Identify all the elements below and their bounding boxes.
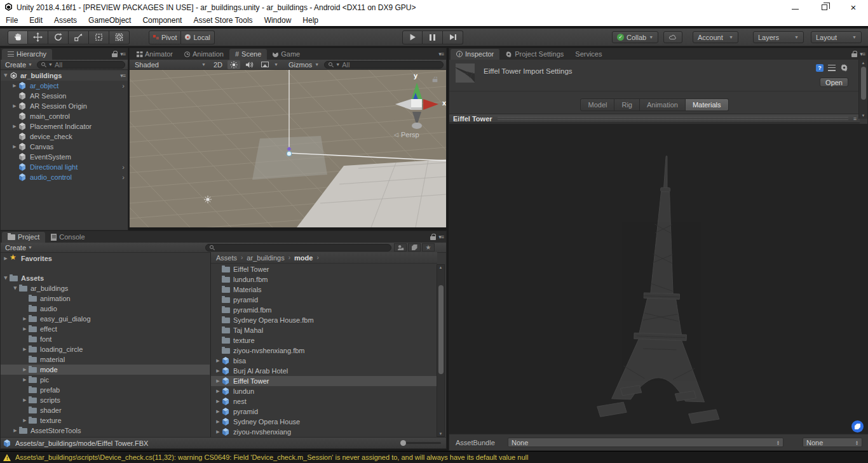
hierarchy-create-button[interactable]: Create ▼ <box>3 61 34 69</box>
tab-inspector[interactable]: i Inspector <box>451 49 499 60</box>
label-tag-button[interactable] <box>851 420 864 433</box>
layers-dropdown[interactable]: Layers ▼ <box>753 31 804 43</box>
tab-services[interactable]: Services <box>569 49 607 60</box>
x-axis-label[interactable]: x <box>442 99 446 107</box>
asset-item[interactable]: ▶ pyramid.fbm <box>211 305 437 315</box>
tree-item[interactable]: ▶ Favorites <box>1 253 210 264</box>
expand-arrow-icon[interactable]: ▶ <box>11 124 18 129</box>
model-preview[interactable] <box>449 124 868 435</box>
expand-arrow-icon[interactable]: ▶ <box>214 358 222 363</box>
breadcrumb-ar-buildings[interactable]: ar_buildings <box>247 254 284 262</box>
slider-knob[interactable] <box>400 440 406 446</box>
restore-button[interactable] <box>810 0 839 15</box>
tree-item[interactable]: ▶ animation <box>1 293 210 304</box>
preview-handle-icon[interactable]: ≡ <box>853 116 856 122</box>
asset-item[interactable]: ▶ bisa <box>211 356 437 366</box>
expand-arrow-icon[interactable]: ▶ <box>214 379 222 384</box>
tab-scene[interactable]: #Scene <box>229 49 267 60</box>
hierarchy-item[interactable]: ▶ Canvas › <box>1 142 128 152</box>
step-button[interactable] <box>443 30 463 44</box>
menu-asset-store-tools[interactable]: Asset Store Tools <box>187 15 258 26</box>
expand-arrow-icon[interactable]: ▶ <box>13 285 18 292</box>
tab-game[interactable]: Game <box>267 49 306 60</box>
search-by-type-button[interactable] <box>394 243 407 252</box>
menu-window[interactable]: Window <box>259 15 297 26</box>
scroll-up-icon[interactable]: ▲ <box>439 265 443 269</box>
tree-item[interactable]: ▶ font <box>1 334 210 344</box>
tree-item[interactable]: ▶ loading_circle <box>1 344 210 354</box>
asset-item[interactable]: ▶ Sydney Opera House <box>211 417 437 427</box>
scroll-down-icon[interactable]: ▼ <box>862 114 865 117</box>
scrollbar-thumb[interactable] <box>438 285 444 374</box>
expand-arrow-icon[interactable]: ▶ <box>2 256 10 261</box>
tree-item[interactable]: ▶ audio <box>1 304 210 314</box>
pivot-toggle-button[interactable]: Pivot <box>149 30 181 44</box>
expand-arrow-icon[interactable]: ▶ <box>11 428 19 433</box>
tab-project[interactable]: Project <box>2 232 45 243</box>
menu-edit[interactable]: Edit <box>24 15 48 26</box>
inspector-scrollbar[interactable]: ▲ ▼ <box>858 60 867 119</box>
open-button[interactable]: Open <box>820 77 848 87</box>
tree-item[interactable]: ▶ prefab <box>1 385 210 395</box>
scene-menu-icon[interactable]: ▾≡ <box>120 72 125 79</box>
expand-arrow-icon[interactable]: ▶ <box>3 274 8 282</box>
layout-dropdown[interactable]: Layout ▼ <box>811 31 862 43</box>
expand-arrow-icon[interactable]: ▶ <box>21 377 29 382</box>
panel-menu-icon[interactable]: ▾≡ <box>120 51 125 57</box>
console-warning-message[interactable]: Assets\ar_buildings\scripts\Device_check… <box>15 453 528 461</box>
asset-item[interactable]: ▶ Sydney Opera House.fbm <box>211 315 437 325</box>
menu-file[interactable]: File <box>0 15 24 26</box>
rotate-tool-button[interactable] <box>48 30 69 44</box>
asset-item[interactable]: ▶ Taj Mahal <box>211 325 437 335</box>
effects-caret-icon[interactable]: ▼ <box>274 62 278 67</box>
project-create-button[interactable]: Create ▼ <box>3 244 34 252</box>
tab-console[interactable]: Console <box>45 232 90 243</box>
project-search-input[interactable] <box>205 244 391 252</box>
hierarchy-item[interactable]: ▶ EventSystem › <box>1 152 128 162</box>
cloud-button[interactable] <box>663 31 682 43</box>
expand-arrow-icon[interactable]: ▶ <box>21 326 29 332</box>
scene-effects-button[interactable] <box>259 60 271 69</box>
expand-arrow-icon[interactable]: ▶ <box>214 399 222 404</box>
tree-item[interactable]: ▶ ar_buildings <box>1 283 210 293</box>
chevron-right-icon[interactable]: › <box>122 173 125 181</box>
gizmos-dropdown[interactable]: Gizmos ▼ <box>286 60 322 69</box>
selected-object[interactable] <box>287 151 292 156</box>
expand-arrow-icon[interactable]: ▶ <box>11 83 18 88</box>
expand-arrow-icon[interactable]: ▶ <box>214 389 222 394</box>
transform-tool-button[interactable] <box>109 30 130 44</box>
favorite-search-button[interactable]: ★ <box>422 243 435 252</box>
expand-arrow-icon[interactable]: ▶ <box>21 347 29 352</box>
tab-project-settings[interactable]: Project Settings <box>499 49 569 60</box>
asset-item[interactable]: ▶ ziyou-nvshenxiang <box>211 427 437 437</box>
scale-tool-button[interactable] <box>69 30 89 44</box>
y-axis-label[interactable]: y <box>414 72 417 79</box>
tab-animation[interactable]: Animation <box>640 98 686 111</box>
scroll-down-icon[interactable]: ▼ <box>439 432 443 436</box>
tree-item[interactable]: ▶ shader <box>1 405 210 415</box>
collab-dropdown[interactable]: ✓ Collab ▼ <box>612 31 658 43</box>
scene-lighting-button[interactable] <box>227 60 240 69</box>
presets-icon[interactable] <box>828 65 836 71</box>
toggle-2d-button[interactable]: 2D <box>211 60 225 69</box>
hierarchy-item[interactable]: ▶ AR Session Origin › <box>1 101 128 111</box>
asset-item[interactable]: ▶ pyramid <box>211 406 437 417</box>
tab-animator[interactable]: Animator <box>131 49 179 60</box>
expand-arrow-icon[interactable]: ▶ <box>3 72 8 79</box>
move-tool-button[interactable] <box>28 30 48 44</box>
asset-item[interactable]: ▶ pyramid <box>211 295 437 305</box>
scene-search-input[interactable]: ▼ All <box>324 61 444 69</box>
tree-item[interactable]: ▶ Assets <box>1 273 210 283</box>
hierarchy-item[interactable]: ▶ device_check › <box>1 131 128 142</box>
expand-arrow-icon[interactable]: ▶ <box>11 144 18 149</box>
tree-item[interactable]: ▶ effect <box>1 324 210 334</box>
tab-model[interactable]: Model <box>580 98 614 111</box>
tab-hierarchy[interactable]: Hierarchy <box>2 49 52 60</box>
scene-viewport[interactable]: y x ◁ Persp <box>130 70 446 227</box>
panel-menu-icon[interactable]: ▾≡ <box>438 234 444 240</box>
asset-list-scrollbar[interactable]: ▲ ▼ <box>437 264 445 437</box>
tab-rig[interactable]: Rig <box>614 98 640 111</box>
search-by-label-button[interactable] <box>408 243 421 252</box>
expand-arrow-icon[interactable]: ▶ <box>214 409 222 414</box>
expand-arrow-icon[interactable]: ▶ <box>21 398 29 403</box>
